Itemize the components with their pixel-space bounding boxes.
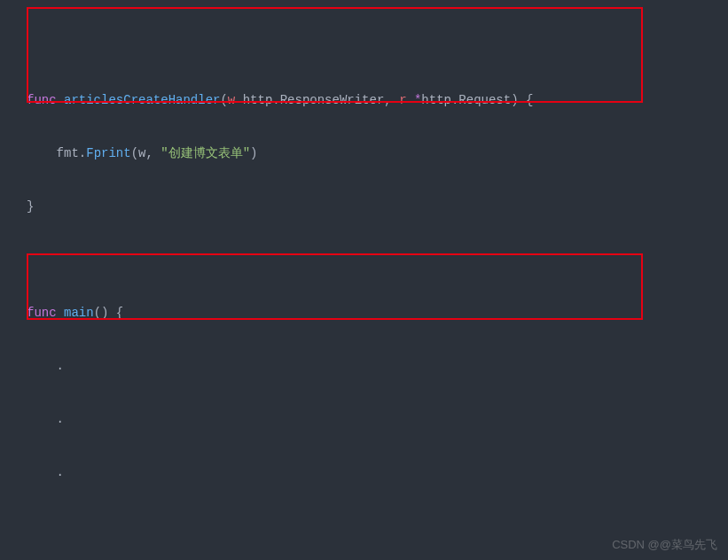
dot: . (57, 359, 64, 373)
punct: ( (131, 146, 138, 160)
param: r (399, 93, 406, 107)
dot: . (57, 465, 64, 479)
func-name: main (64, 306, 94, 320)
watermark: CSDN @@菜鸟先飞 (612, 537, 717, 553)
code-line: fmt.Fprint(w, "创建博文表单") (27, 140, 701, 167)
code-line: } (27, 193, 701, 220)
space (407, 93, 414, 107)
code-line: func main() { (27, 299, 701, 326)
code-line: . (27, 459, 701, 486)
brace: } (27, 199, 34, 214)
keyword: func (27, 93, 57, 107)
func-call: Fprint (86, 146, 130, 160)
code-line: func articlesCreateHandler(w http.Respon… (27, 87, 701, 113)
blank (27, 253, 34, 267)
code-line (27, 246, 701, 273)
code-line: . (27, 353, 701, 379)
punct: ( (220, 93, 227, 107)
indent (27, 359, 57, 373)
code-line: . (27, 406, 701, 432)
func-name: articlesCreateHandler (64, 93, 220, 107)
type: Request (458, 93, 511, 107)
code-block: func articlesCreateHandler(w http.Respon… (27, 7, 701, 560)
space (235, 93, 242, 107)
punct: () { (94, 306, 124, 320)
type: http (243, 93, 273, 107)
punct: ) (250, 146, 257, 160)
type: http (421, 93, 451, 107)
punct: ) { (511, 93, 533, 107)
ident: fmt (57, 146, 79, 160)
param: w (228, 93, 235, 107)
indent (27, 465, 57, 479)
string: "创建博文表单" (160, 146, 250, 160)
indent (27, 146, 57, 160)
keyword: func (27, 306, 57, 320)
punct: , (384, 93, 399, 107)
indent (27, 412, 57, 426)
punct: . (79, 146, 86, 160)
punct: . (272, 93, 279, 107)
dot: . (57, 412, 64, 426)
punct: , (145, 146, 160, 160)
code-line (27, 512, 701, 539)
blank (27, 518, 34, 533)
type: ResponseWriter (280, 93, 385, 107)
space (57, 306, 64, 320)
